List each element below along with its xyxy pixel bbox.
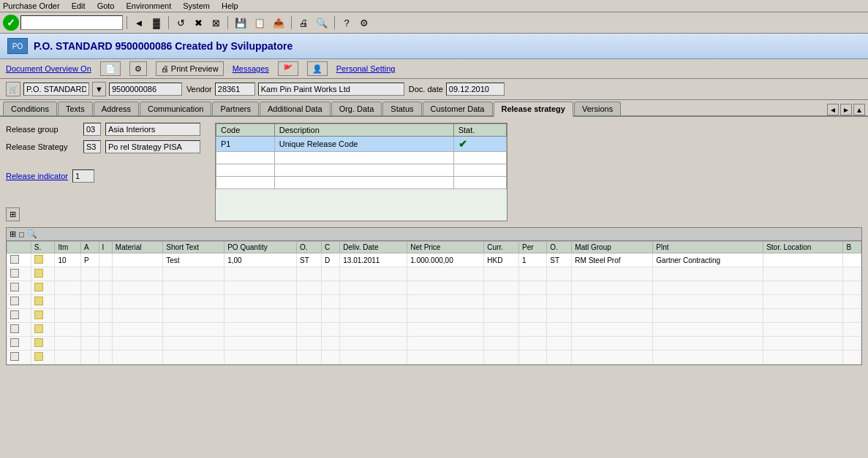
docdate-input[interactable]: 09.12.2010 [446, 83, 505, 96]
tab-navigation: ◄ ► ▲ [827, 104, 865, 115]
doc-number-input[interactable]: 9500000086 [109, 83, 182, 96]
vendor-code-input[interactable]: 28361 [215, 83, 255, 96]
separator-2 [168, 16, 169, 29]
action-bar: Document Overview On 📄 ⚙ 🖨 Print Preview… [0, 59, 868, 79]
tab-versions[interactable]: Versions [574, 102, 621, 115]
find-btn[interactable]: 🔍 [313, 15, 331, 31]
nav-btn[interactable]: ⊠ [208, 15, 224, 31]
tab-communication[interactable]: Communication [140, 102, 211, 115]
doc-type-dropdown[interactable]: ▼ [92, 82, 106, 96]
release-group-name-input: Asia Interiors [105, 123, 200, 136]
row-plnt-cell: Gartner Contracting [653, 253, 763, 267]
po-icon-btn[interactable]: 🛒 [6, 82, 20, 96]
config-btn[interactable]: ⚙ [356, 15, 372, 31]
stop-btn[interactable]: ✖ [190, 15, 206, 31]
release-group-label: Release group [6, 125, 79, 134]
tab-org-data[interactable]: Org. Data [331, 102, 382, 115]
col-checkbox [7, 242, 31, 253]
row-o-cell: ST [297, 253, 322, 267]
document-overview-link[interactable]: Document Overview On [6, 64, 91, 73]
menu-purchase-order[interactable]: Purchase Order [3, 1, 60, 10]
col-b: B [843, 242, 861, 253]
save3-btn[interactable]: 📤 [270, 15, 287, 31]
new-doc-btn[interactable]: 📄 [100, 61, 121, 76]
print-btn[interactable]: 🖨 [295, 15, 312, 31]
back-btn[interactable]: ◄ [131, 15, 147, 31]
release-indicator-input[interactable]: 1 [72, 169, 94, 183]
col-i: I [99, 242, 112, 253]
table-row[interactable]: 10 P Test 1,00 ST D 13.01.2011 1.000.000… [7, 253, 861, 267]
tab-partners[interactable]: Partners [212, 102, 259, 115]
items-header-icon2: □ [19, 230, 24, 239]
release-indicator-link[interactable]: Release indicator [6, 172, 68, 180]
release-strategy-code-input[interactable]: S3 [83, 140, 101, 153]
tab-conditions[interactable]: Conditions [3, 102, 57, 115]
tabs-container: Conditions Texts Address Communication P… [0, 102, 868, 117]
tab-scroll-left[interactable]: ◄ [827, 104, 839, 115]
forward-btn[interactable]: ▓ [148, 15, 165, 31]
col-o: O. [297, 242, 322, 253]
release-fields: Release group 03 Asia Interiors Release … [6, 123, 200, 221]
tab-address[interactable]: Address [94, 102, 139, 115]
menu-environment[interactable]: Environment [126, 1, 171, 10]
main-content: Release group 03 Asia Interiors Release … [0, 117, 868, 371]
row-short-text-cell: Test [163, 253, 224, 267]
col-stor-loc: Stor. Location [763, 242, 843, 253]
help-btn[interactable]: ? [339, 15, 355, 31]
menu-edit[interactable]: Edit [72, 1, 86, 10]
command-input[interactable] [20, 15, 123, 30]
release-group-code-input[interactable]: 03 [83, 123, 101, 136]
row-i-cell [99, 253, 112, 267]
items-table: S. Itm A I Material Short Text PO Quanti… [7, 241, 861, 365]
docdate-label: Doc. date [409, 85, 443, 93]
col-material: Material [112, 242, 162, 253]
tab-release-strategy[interactable]: Release strategy [494, 102, 573, 117]
separator-3 [227, 16, 228, 29]
refresh-btn[interactable]: ↺ [173, 15, 189, 31]
col-deliv-date: Deliv. Date [340, 242, 407, 253]
row-b-cell [843, 253, 861, 267]
tab-status[interactable]: Status [382, 102, 421, 115]
tab-maximize[interactable]: ▲ [853, 104, 865, 115]
code-table-row[interactable]: P1 Unique Release Code ✔ [216, 137, 507, 152]
status-icon: ✓ [3, 15, 19, 31]
personal-setting-link[interactable]: Personal Setting [336, 64, 396, 73]
table-empty-row [7, 323, 861, 337]
vendor-name-input: Kam Pin Paint Works Ltd [258, 83, 404, 96]
save-btn[interactable]: 💾 [232, 15, 249, 31]
tab-scroll-right[interactable]: ► [840, 104, 852, 115]
copy-btn[interactable]: ⚙ [129, 61, 147, 76]
print-preview-btn[interactable]: 🖨 Print Preview [156, 61, 224, 76]
separator-5 [334, 16, 335, 29]
release-indicator-row: Release indicator 1 [6, 169, 200, 183]
docdate-group: Doc. date 09.12.2010 [409, 83, 505, 96]
tab-customer-data[interactable]: Customer Data [423, 102, 493, 115]
personal-btn[interactable]: 👤 [307, 61, 328, 76]
menu-help[interactable]: Help [222, 1, 238, 10]
row-material-cell [112, 253, 162, 267]
col-plnt: Plnt [653, 242, 763, 253]
messages-link[interactable]: Messages [233, 64, 269, 73]
tab-additional-data[interactable]: Additional Data [260, 102, 331, 115]
doc-type-input[interactable]: P.O. STANDARD [23, 83, 89, 96]
items-section: ⊞ □ 🔍 S. Itm A I Material Short Text PO … [6, 227, 862, 365]
table-empty-row [7, 281, 861, 295]
col-s: S. [31, 242, 55, 253]
col-per: Per [519, 242, 547, 253]
items-header: ⊞ □ 🔍 [7, 228, 861, 241]
menu-system[interactable]: System [183, 1, 210, 10]
menu-bar: Purchase Order Edit Goto Environment Sys… [0, 0, 868, 12]
table-empty-row [7, 337, 861, 351]
flag-btn[interactable]: 🚩 [278, 61, 298, 76]
release-strategy-row: Release Strategy S3 Po rel Strategy PISA [6, 140, 200, 153]
release-action-btn[interactable]: ⊞ [6, 207, 20, 221]
save2-btn[interactable]: 📋 [251, 15, 268, 31]
table-empty-row [7, 351, 861, 365]
row-per-cell: 1 [519, 253, 547, 267]
col-o2: O. [547, 242, 572, 253]
menu-goto[interactable]: Goto [97, 1, 115, 10]
release-strategy-label: Release Strategy [6, 142, 79, 151]
tab-texts[interactable]: Texts [58, 102, 93, 115]
separator-1 [127, 16, 127, 29]
vendor-label: Vendor [186, 85, 212, 93]
